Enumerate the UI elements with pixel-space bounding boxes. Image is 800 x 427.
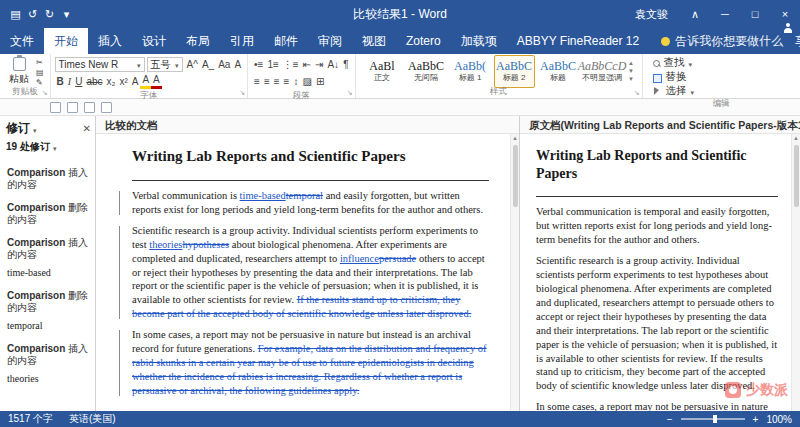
style-标题 2[interactable]: AaBbC标题 2: [494, 55, 535, 88]
compared-doc-scrollbar[interactable]: ▲: [510, 134, 519, 411]
revision-item[interactable]: Comparison 插入的内容theories: [7, 343, 91, 385]
revision-item[interactable]: Comparison 删除的内容: [7, 202, 91, 226]
zoom-slider-thumb[interactable]: [713, 415, 717, 423]
tab-布局[interactable]: 布局: [176, 28, 220, 54]
find-button[interactable]: 查找: [653, 57, 797, 69]
close-button[interactable]: ×: [770, 0, 800, 28]
zoom-level[interactable]: 100%: [766, 414, 792, 425]
gallery-more-icon[interactable]: ▼: [628, 76, 634, 83]
word-count[interactable]: 1517 个字: [8, 412, 53, 426]
superscript-button[interactable]: x²: [117, 74, 129, 89]
undo-icon[interactable]: ↺: [25, 8, 40, 21]
clipboard-dialog-launcher-icon[interactable]: ↘: [42, 89, 48, 96]
tab-ABBYY FineReader 12[interactable]: ABBYY FineReader 12: [507, 28, 650, 54]
zoom-slider[interactable]: [681, 418, 745, 420]
customize-quick-access-icon[interactable]: ▾: [59, 8, 74, 21]
tab-视图[interactable]: 视图: [352, 28, 396, 54]
scrollbar-thumb[interactable]: [513, 145, 518, 207]
decrease-font-size-button[interactable]: A_: [200, 57, 216, 72]
tab-加载项[interactable]: 加载项: [451, 28, 507, 54]
cut-button[interactable]: ✂: [34, 58, 46, 68]
chevron-down-icon[interactable]: [33, 122, 37, 136]
strikethrough-button[interactable]: abc: [84, 74, 104, 89]
select-button[interactable]: 选择: [653, 85, 797, 97]
underline-button[interactable]: U: [73, 74, 84, 89]
align-left-button[interactable]: ≡: [252, 74, 262, 89]
italic-button[interactable]: I: [66, 74, 73, 89]
shading-button[interactable]: ▨: [300, 74, 313, 89]
decrease-indent-button[interactable]: ⇤: [301, 57, 313, 72]
language-indicator[interactable]: 英语(美国): [69, 412, 116, 426]
text-effects-button[interactable]: A: [130, 74, 141, 89]
gallery-up-icon[interactable]: ▲: [628, 60, 634, 67]
increase-font-size-button[interactable]: A^: [185, 57, 200, 72]
line-spacing-button[interactable]: ↕: [291, 74, 300, 89]
zoom-out-button[interactable]: −: [667, 414, 673, 425]
replace-button[interactable]: 替换: [653, 71, 797, 83]
style-无间隔[interactable]: AaBbC无间隔: [406, 55, 447, 88]
ribbon-tab-row: 文件开始插入设计布局引用邮件审阅视图Zotero加载项ABBYY FineRea…: [0, 28, 800, 54]
align-right-button[interactable]: ≡: [272, 74, 282, 89]
style-不明显强调[interactable]: AaBbCcD不明显强调: [582, 55, 623, 88]
zoom-in-button[interactable]: +: [753, 414, 759, 425]
tell-me-box[interactable]: 告诉我你想要做什么: [661, 28, 783, 54]
subscript-button[interactable]: x₂: [105, 74, 118, 89]
scroll-up-icon[interactable]: ▲: [512, 134, 518, 143]
tab-插入[interactable]: 插入: [88, 28, 132, 54]
tab-设计[interactable]: 设计: [132, 28, 176, 54]
align-center-button[interactable]: ≡: [262, 74, 272, 89]
scroll-up-icon[interactable]: ▲: [793, 134, 799, 143]
tab-邮件[interactable]: 邮件: [264, 28, 308, 54]
page-icon-4[interactable]: [101, 102, 112, 113]
justify-button[interactable]: ≡: [282, 74, 292, 89]
clear-formatting-button[interactable]: A: [232, 57, 243, 72]
gallery-down-icon[interactable]: ▼: [628, 68, 634, 75]
highlight-button[interactable]: A: [140, 74, 151, 89]
tab-审阅[interactable]: 审阅: [308, 28, 352, 54]
style-标题 1[interactable]: AaBb(标题 1: [450, 55, 491, 88]
show-marks-button[interactable]: ¶: [341, 57, 350, 72]
bullets-button[interactable]: •≡: [252, 57, 265, 72]
save-icon[interactable]: ▤: [8, 8, 23, 21]
revision-count[interactable]: 19 处修订: [0, 138, 95, 159]
font-dialog-launcher-icon[interactable]: ↘: [239, 89, 245, 96]
numbering-button[interactable]: 1≡: [265, 57, 280, 72]
page-icon-2[interactable]: [67, 102, 78, 113]
revision-item[interactable]: Comparison 删除的内容temporal: [7, 290, 91, 332]
revision-item[interactable]: Comparison 插入的内容time-based: [7, 237, 91, 279]
tab-开始[interactable]: 开始: [44, 28, 88, 54]
titlebar: 比较结果1 - Word ▤↺↻▾ 袁文骏 ∧─□×: [0, 0, 800, 28]
copy-button[interactable]: ▤: [34, 68, 46, 78]
user-name[interactable]: 袁文骏: [635, 7, 668, 22]
sort-button[interactable]: A↓: [325, 57, 341, 72]
font-size-combo[interactable]: 五号: [147, 57, 183, 72]
close-icon[interactable]: ✕: [83, 123, 91, 134]
tab-引用[interactable]: 引用: [220, 28, 264, 54]
page-icon-3[interactable]: [84, 102, 95, 113]
font-color-button[interactable]: A: [151, 74, 162, 89]
redo-icon[interactable]: ↻: [42, 8, 57, 21]
maximize-button[interactable]: □: [740, 0, 770, 28]
tab-文件[interactable]: 文件: [0, 28, 44, 54]
change-case-button[interactable]: Aa: [216, 57, 232, 72]
styles-dialog-launcher-icon[interactable]: ↘: [634, 89, 640, 96]
compared-doc-body[interactable]: Writing Lab Reports and Scientific Paper…: [96, 134, 519, 411]
page-icon-1[interactable]: [50, 102, 61, 113]
minimize-button[interactable]: ─: [710, 0, 740, 28]
style-标题[interactable]: AaBbC标题: [538, 55, 579, 88]
revision-item[interactable]: Comparison 插入的内容: [7, 167, 91, 191]
original-doc-body[interactable]: Writing Lab Reports and Scientific Paper…: [520, 134, 800, 411]
styles-group-label: 样式: [360, 86, 638, 98]
bold-button[interactable]: B: [55, 74, 66, 89]
ribbon-display-options-button[interactable]: ∧: [680, 0, 710, 28]
increase-indent-button[interactable]: ⇥: [313, 57, 325, 72]
paragraph-dialog-launcher-icon[interactable]: ↘: [347, 89, 353, 96]
borders-button[interactable]: ⊞: [314, 74, 326, 89]
multilevel-list-button[interactable]: ⋮≡: [281, 57, 301, 72]
tab-Zotero[interactable]: Zotero: [396, 28, 451, 54]
scrollbar-thumb[interactable]: [794, 145, 799, 207]
original-doc-scrollbar[interactable]: ▲: [791, 134, 800, 411]
font-name-combo[interactable]: Times New R: [55, 57, 145, 72]
style-正文[interactable]: AaBl正文: [362, 55, 403, 88]
paste-button[interactable]: 粘贴: [4, 56, 34, 86]
